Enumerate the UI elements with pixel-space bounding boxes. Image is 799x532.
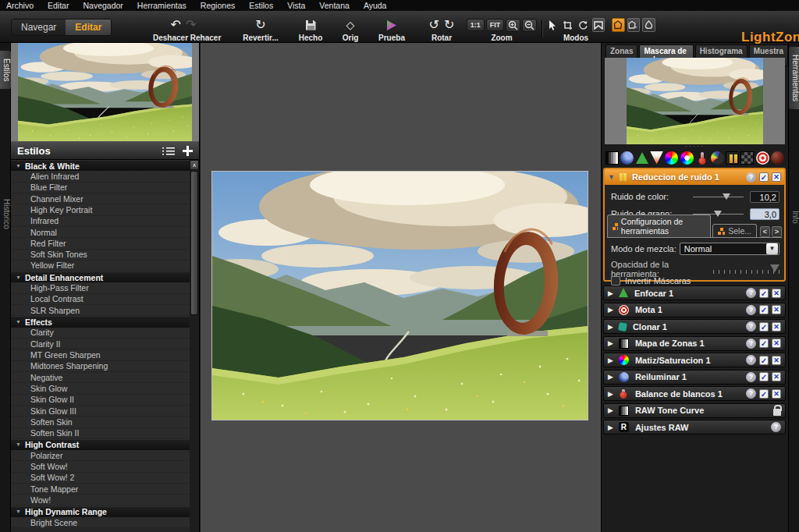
style-row[interactable]: Bright Scene [11,517,199,528]
blur-icon[interactable] [650,151,663,165]
menu-item[interactable]: Regiones [201,1,235,10]
close-icon[interactable] [772,372,781,381]
tool-row[interactable]: Enfocar 1 [603,286,786,300]
navigate-tab[interactable]: Navegar [12,20,66,35]
style-row[interactable]: Negative [11,372,199,383]
enabled-checkbox[interactable] [759,322,769,332]
help-icon[interactable] [746,321,756,332]
info-vertical-tab[interactable]: Info [789,203,799,232]
help-icon[interactable] [746,305,756,315]
style-row[interactable]: Soft Wow! [11,461,199,472]
help-icon[interactable] [746,339,756,349]
scroll-up-icon[interactable] [190,160,199,170]
menu-item[interactable]: Vista [287,1,305,10]
style-row[interactable]: SLR Sharpen [11,305,199,316]
close-icon[interactable] [772,389,781,399]
zone-mapper-icon[interactable] [605,151,619,165]
enabled-checkbox[interactable] [759,389,769,399]
tool-row[interactable]: Ajustes RAW [603,420,786,434]
save-icon[interactable] [306,20,316,30]
style-row[interactable]: Normal [11,227,199,238]
history-vertical-tab[interactable]: Historico [0,191,11,237]
spot-icon[interactable] [740,151,754,165]
tool-row[interactable]: Mapa de Zonas 1 [603,336,786,351]
color-noise-value[interactable]: 10,2 [750,191,779,203]
style-row[interactable]: Soft Skin Tones [11,250,199,261]
spot-mode-icon[interactable] [642,18,655,32]
tabs-prev-icon[interactable]: < [760,226,770,237]
hue-saturation-icon[interactable] [680,151,694,165]
revert-icon[interactable]: ↻ [255,20,265,30]
styles-vertical-tab[interactable]: Estilos [0,51,11,89]
enabled-checkbox[interactable] [759,356,769,365]
tool-row[interactable]: Matiz/Saturacion 1 [603,353,786,367]
noise-reduction-header[interactable]: ▼ Reduccion de ruido 1 [605,169,784,185]
help-icon[interactable] [746,288,756,298]
select-mode-icon[interactable] [546,18,559,32]
expand-icon[interactable] [608,289,613,297]
style-row[interactable]: High-Pass Filter [11,282,199,293]
grain-noise-value[interactable]: 3,0 [750,208,779,220]
zoom-out-icon[interactable] [522,19,537,32]
rotate-right-icon[interactable]: ↻ [444,20,454,30]
expand-icon[interactable] [608,373,613,381]
menu-item[interactable]: Archivo [6,1,34,10]
region-mode-icon[interactable] [592,18,605,32]
black-and-white-icon[interactable] [711,151,724,165]
close-icon[interactable] [772,289,781,298]
tool-row[interactable]: Mota 1 [603,303,786,317]
photo-image[interactable] [211,171,588,420]
polygon-move-mode-icon[interactable] [627,18,641,32]
add-style-icon[interactable] [183,146,193,156]
style-row[interactable]: Clarity II [11,339,199,349]
style-row[interactable]: Polarizer [11,450,199,461]
expand-icon[interactable] [608,406,613,414]
close-icon[interactable] [772,322,781,332]
menu-item[interactable]: Ventana [319,1,350,10]
style-row[interactable]: Soften Skin [11,417,199,427]
style-row[interactable]: Red Filter [11,238,199,249]
style-row[interactable]: Midtones Sharpening [11,361,199,372]
enabled-checkbox[interactable] [759,305,769,314]
style-row[interactable]: Clarity [11,328,199,339]
menu-item[interactable]: Editar [48,1,69,10]
style-row[interactable]: Alien Infrared [11,171,199,182]
relight-icon[interactable] [620,151,634,165]
style-row[interactable]: Tone Mapper [11,484,199,495]
tool-row[interactable]: Balance de blancos 1 [603,386,786,401]
tool-row[interactable]: Reiluminar 1 [603,370,786,385]
enabled-checkbox[interactable] [759,172,769,182]
invert-masks-checkbox[interactable] [611,276,620,286]
tools-vertical-tab[interactable]: Herramientas [789,47,799,109]
blend-mode-select[interactable]: Normal [680,243,779,255]
enabled-checkbox[interactable] [759,289,769,298]
style-row[interactable]: Skin Glow III [11,406,199,417]
opacity-slider[interactable] [713,264,779,274]
help-icon[interactable] [746,172,756,183]
edit-tab[interactable]: Editar [66,20,111,35]
style-row[interactable]: Local Contrast [11,294,199,305]
style-row[interactable]: Blue Filter [11,183,199,193]
menu-item[interactable]: Ayuda [364,1,387,10]
selection-tab[interactable]: Sele... [712,224,757,237]
style-row[interactable]: Soften Skin II [11,428,199,439]
original-icon[interactable]: ◇ [346,20,355,30]
style-row[interactable]: Infrared [11,216,199,227]
expand-icon[interactable] [608,356,613,364]
proof-icon[interactable] [385,20,398,31]
tool-config-tab[interactable]: Configuracion de herramientas [607,215,711,237]
enabled-checkbox[interactable] [759,372,769,381]
style-row[interactable]: MT Green Sharpen [11,349,199,360]
polygon-mode-icon[interactable] [612,18,625,32]
help-icon[interactable] [771,422,781,432]
tool-row[interactable]: Clonar 1 [603,319,786,334]
help-icon[interactable] [746,355,756,365]
collapse-icon[interactable]: ▼ [608,173,615,181]
style-row[interactable]: Black & White [11,160,199,171]
undo-icon[interactable]: ↶ [171,20,181,30]
enabled-checkbox[interactable] [759,339,769,348]
zoom-fit-button[interactable]: FIT [486,19,505,31]
list-view-icon[interactable] [162,147,175,155]
style-row[interactable]: Detail Enhancement [11,271,199,282]
color-balance-icon[interactable] [665,151,678,165]
